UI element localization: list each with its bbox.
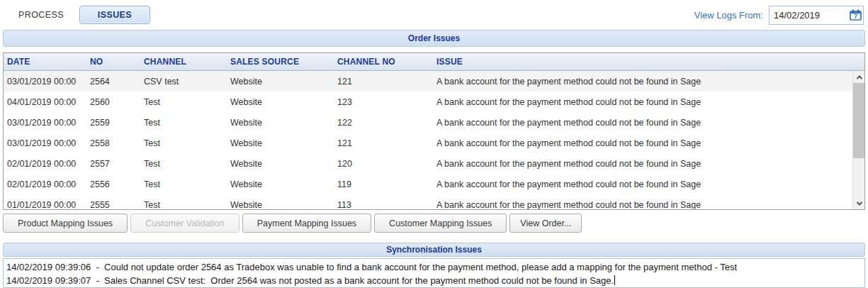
cell-date: 03/01/2019 00:00 [4, 118, 86, 128]
cell-issue: A bank account for the payment method co… [433, 200, 864, 210]
cell-channel: Test [140, 138, 227, 148]
cell-sales-source: Website [227, 159, 334, 169]
cell-sales-source: Website [227, 179, 334, 189]
calendar-day-number: 7 [854, 13, 857, 20]
cell-date: 01/01/2019 00:00 [4, 200, 86, 210]
tab-issues[interactable]: ISSUES [79, 6, 150, 24]
cell-channel: CSV test [140, 77, 227, 87]
cell-issue: A bank account for the payment method co… [433, 138, 864, 148]
cell-channel-no: 121 [334, 77, 433, 87]
sync-log-area[interactable]: 14/02/2019 09:39:06 - Could not update o… [3, 258, 865, 288]
view-logs-date-field[interactable]: 7 [769, 6, 864, 25]
column-header-issue[interactable]: ISSUE [433, 57, 864, 67]
order-issues-table: DATE NO CHANNEL SALES SOURCE CHANNEL NO … [3, 52, 865, 210]
scroll-down-icon[interactable] [853, 197, 865, 209]
top-bar: PROCESS ISSUES View Logs From: 7 [0, 0, 868, 30]
order-issues-header: Order Issues [3, 30, 865, 47]
log-line: 14/02/2019 09:39:07 - Sales Channel CSV … [6, 274, 864, 287]
cell-channel: Test [140, 97, 227, 107]
column-header-channel[interactable]: CHANNEL [140, 57, 227, 67]
cell-channel-no: 119 [334, 179, 433, 189]
cell-sales-source: Website [227, 97, 334, 107]
table-row[interactable]: 02/01/2019 00:00 2556 Test Website 119 A… [4, 174, 864, 194]
tab-process[interactable]: PROCESS [18, 10, 64, 20]
scrollbar-thumb[interactable] [853, 83, 865, 158]
cell-channel: Test [140, 159, 227, 169]
cell-no: 2564 [86, 77, 140, 87]
app-window: PROCESS ISSUES View Logs From: 7 Order I… [0, 0, 868, 288]
cell-date: 04/01/2019 00:00 [4, 97, 86, 107]
cell-channel-no: 113 [334, 200, 433, 210]
text-cursor [614, 275, 615, 285]
cell-no: 2555 [86, 200, 140, 210]
log-line: 14/02/2019 09:39:06 - Could not update o… [6, 260, 864, 274]
customer-mapping-issues-button[interactable]: Customer Mapping Issues [374, 214, 507, 233]
cell-channel: Test [140, 118, 227, 128]
table-row[interactable]: 04/01/2019 00:00 2560 Test Website 123 A… [4, 92, 864, 112]
synchronisation-issues-header: Synchronisation Issues [3, 243, 865, 257]
table-header-row: DATE NO CHANNEL SALES SOURCE CHANNEL NO … [4, 53, 864, 71]
view-order-button[interactable]: View Order... [509, 214, 582, 233]
cell-issue: A bank account for the payment method co… [433, 77, 864, 87]
customer-validation-button: Customer Validation [130, 214, 239, 233]
cell-sales-source: Website [227, 118, 334, 128]
table-row[interactable]: 03/01/2019 00:00 2559 Test Website 122 A… [4, 112, 864, 133]
date-input[interactable] [770, 10, 847, 21]
cell-channel-no: 123 [334, 97, 433, 107]
cell-no: 2556 [86, 179, 140, 189]
cell-issue: A bank account for the payment method co… [433, 179, 864, 189]
cell-channel: Test [140, 179, 227, 189]
payment-mapping-issues-button[interactable]: Payment Mapping Issues [242, 214, 371, 233]
cell-sales-source: Website [227, 200, 334, 210]
column-header-no[interactable]: NO [86, 57, 140, 67]
cell-channel-no: 121 [334, 138, 433, 148]
cell-date: 03/01/2019 00:00 [4, 138, 86, 148]
cell-no: 2559 [86, 118, 140, 128]
cell-issue: A bank account for the payment method co… [433, 159, 864, 169]
product-mapping-issues-button[interactable]: Product Mapping Issues [3, 214, 128, 233]
cell-date: 02/01/2019 00:00 [4, 159, 86, 169]
vertical-scrollbar[interactable] [852, 71, 864, 209]
cell-date: 03/01/2019 00:00 [4, 77, 86, 87]
cell-channel-no: 122 [334, 118, 433, 128]
scroll-up-icon[interactable] [853, 71, 865, 83]
cell-no: 2558 [86, 138, 140, 148]
action-button-row: Product Mapping Issues Customer Validati… [3, 214, 865, 233]
cell-sales-source: Website [227, 138, 334, 148]
table-row[interactable]: 02/01/2019 00:00 2557 Test Website 120 A… [4, 153, 864, 174]
cell-channel-no: 120 [334, 159, 433, 169]
cell-channel: Test [140, 200, 227, 210]
column-header-sales-source[interactable]: SALES SOURCE [227, 57, 334, 67]
cell-no: 2557 [86, 159, 140, 169]
cell-issue: A bank account for the payment method co… [433, 97, 864, 107]
view-logs-from-label: View Logs From: [694, 10, 763, 21]
cell-no: 2560 [86, 97, 140, 107]
table-row[interactable]: 03/01/2019 00:00 2558 Test Website 121 A… [4, 133, 864, 153]
cell-issue: A bank account for the payment method co… [433, 118, 864, 128]
cell-date: 02/01/2019 00:00 [4, 179, 86, 189]
table-body: 03/01/2019 00:00 2564 CSV test Website 1… [4, 71, 864, 209]
table-row[interactable]: 03/01/2019 00:00 2564 CSV test Website 1… [4, 71, 864, 92]
cell-sales-source: Website [227, 77, 334, 87]
column-header-channel-no[interactable]: CHANNEL NO [334, 57, 433, 67]
column-header-date[interactable]: DATE [4, 57, 86, 67]
calendar-icon[interactable]: 7 [847, 9, 863, 21]
table-row[interactable]: 01/01/2019 00:00 2555 Test Website 113 A… [4, 194, 864, 209]
